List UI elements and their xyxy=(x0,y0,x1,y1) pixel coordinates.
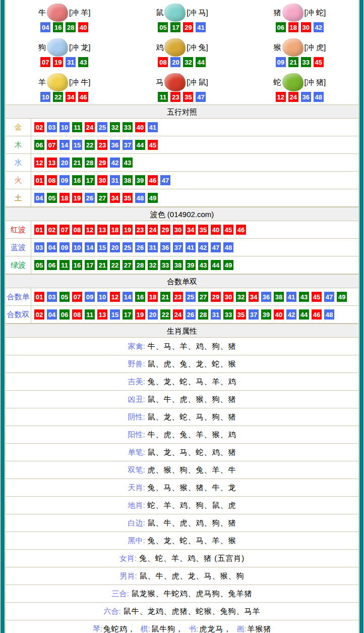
number-ball: 25 xyxy=(186,292,196,302)
number-ball: 14 xyxy=(59,140,70,150)
number-list: 1213202128294243 xyxy=(31,154,133,171)
zodiac-clash: [冲 鼠] xyxy=(187,78,208,87)
attribute-row: 男肖:鼠、牛、虎、龙、马、猴、狗 xyxy=(6,567,358,585)
attribute-row: 六合:鼠牛、龙鸡、虎猪、蛇猴、兔狗、马羊 xyxy=(6,603,358,620)
attribute-label: 单笔: xyxy=(128,448,145,457)
dog-icon xyxy=(47,38,68,57)
number-ball: 26 xyxy=(135,242,145,252)
monkey-icon xyxy=(282,38,304,57)
number-ball: 14 xyxy=(123,292,133,302)
attribute-label: 白边: xyxy=(128,518,145,528)
attribute-label: 六合: xyxy=(103,607,120,616)
number-ball: 27 xyxy=(123,260,133,270)
number-ball: 06 xyxy=(47,260,57,270)
number-row: 金02031011242532334041 xyxy=(6,119,358,136)
attribute-row: 地肖:蛇、羊、鸡、狗、鼠、虎 xyxy=(6,497,358,514)
attribute-label: 家禽: xyxy=(128,342,145,351)
number-list: 06183042 xyxy=(276,22,324,32)
number-ball: 17 xyxy=(123,309,133,320)
arts-label-qin: 琴: xyxy=(93,624,102,633)
number-ball: 37 xyxy=(123,140,133,150)
number-ball: 20 xyxy=(59,157,70,168)
zodiac-clash: [冲 牛] xyxy=(69,78,91,87)
attribute-label: 女肖: xyxy=(119,554,137,563)
number-ball: 47 xyxy=(211,242,221,252)
row-label: 金 xyxy=(6,119,31,136)
number-ball: 41 xyxy=(148,122,158,132)
zodiac-cell: 牛[冲 羊]04162840 xyxy=(6,0,123,35)
zodiac-name: 猴 xyxy=(274,43,281,52)
number-ball: 32 xyxy=(148,260,158,270)
number-ball: 24 xyxy=(288,92,298,102)
number-ball: 12 xyxy=(34,157,44,168)
number-ball: 44 xyxy=(135,140,145,150)
number-ball: 38 xyxy=(274,292,284,302)
number-ball: 33 xyxy=(123,122,133,132)
number-ball: 31 xyxy=(110,175,120,185)
number-list: 04162840 xyxy=(40,22,88,32)
zodiac-name: 鸡 xyxy=(156,43,163,52)
number-ball: 22 xyxy=(53,92,63,102)
number-ball: 47 xyxy=(324,292,334,302)
number-ball: 11 xyxy=(72,122,82,132)
attribute-row: 单笔:鼠、龙、马、蛇、鸡、猪 xyxy=(6,444,358,461)
number-ball: 18 xyxy=(59,193,70,203)
section-header-five-elements: 五行对照 xyxy=(6,104,358,119)
snake-icon xyxy=(282,73,304,91)
number-ball: 41 xyxy=(186,242,196,252)
zodiac-name: 蛇 xyxy=(274,78,281,87)
number-ball: 10 xyxy=(59,122,70,132)
number-ball: 23 xyxy=(135,225,145,235)
wave-color-rows: 红波0102070812131819232429303435404546蓝波03… xyxy=(6,221,358,274)
number-ball: 12 xyxy=(110,292,120,302)
zodiac-clash: [冲 龙] xyxy=(69,43,91,52)
number-ball: 03 xyxy=(47,122,57,132)
row-label: 木 xyxy=(6,136,31,153)
number-ball: 04 xyxy=(34,193,44,203)
arts-label-hua: 画: xyxy=(236,624,246,633)
zodiac-title: 猪[冲 蛇] xyxy=(274,3,326,22)
number-ball: 31 xyxy=(66,57,76,67)
number-ball: 49 xyxy=(337,292,347,302)
zodiac-clash-grid: 牛[冲 羊]04162840鼠[冲 马]05172941猪[冲 蛇]061830… xyxy=(6,0,358,104)
number-ball: 22 xyxy=(160,309,170,320)
number-ball: 47 xyxy=(160,175,170,185)
number-ball: 21 xyxy=(97,260,107,270)
number-row: 合数单0103050709101214161821232527293032343… xyxy=(6,288,358,306)
number-ball: 18 xyxy=(148,292,158,302)
zodiac-row: 牛[冲 羊]04162840鼠[冲 马]05172941猪[冲 蛇]061830… xyxy=(6,0,358,35)
zodiac-title: 鸡[冲 兔] xyxy=(156,38,208,57)
number-ball: 21 xyxy=(72,157,82,168)
number-ball: 19 xyxy=(72,193,82,203)
number-row: 水1213202128294243 xyxy=(6,154,358,172)
number-list: 05061116172122272832333839434449 xyxy=(31,256,233,274)
number-ball: 43 xyxy=(299,292,309,302)
attribute-row: 黑中:兔、龙、蛇、马、羊、猴 xyxy=(6,532,358,550)
number-list: 02031011242532334041 xyxy=(31,119,158,136)
zodiac-name: 猪 xyxy=(274,8,281,18)
number-ball: 10 xyxy=(72,242,82,252)
attribute-row: 天肖:兔、马、猴、猪、牛、龙 xyxy=(6,479,358,497)
number-ball: 04 xyxy=(47,242,57,252)
number-ball: 05 xyxy=(59,292,70,302)
attribute-value: 鼠、牛、虎、猴、狗、猪 xyxy=(148,395,236,404)
attribute-value: 兔、龙、蛇、马、羊、猴 xyxy=(148,536,236,546)
arts-label-shu: 书: xyxy=(189,624,198,633)
number-ball: 06 xyxy=(59,309,70,320)
number-ball: 42 xyxy=(110,157,120,168)
number-ball: 02 xyxy=(34,309,44,320)
zodiac-name: 马 xyxy=(156,78,163,87)
attribute-label: 三合: xyxy=(111,589,129,599)
number-list: 12243648 xyxy=(276,92,324,102)
row-label: 红波 xyxy=(6,221,31,238)
number-ball: 37 xyxy=(173,242,183,252)
arts-value-qi: 鼠牛狗， xyxy=(151,624,184,633)
number-ball: 28 xyxy=(198,309,208,320)
zodiac-cell: 蛇[冲 猪]12243648 xyxy=(241,70,358,104)
number-ball: 34 xyxy=(110,193,120,203)
number-ball: 20 xyxy=(148,309,158,320)
zodiac-title: 羊[冲 牛] xyxy=(38,73,91,92)
page-frame: 牛[冲 羊]04162840鼠[冲 马]05172941猪[冲 蛇]061830… xyxy=(1,0,363,633)
number-ball: 02 xyxy=(34,122,44,132)
number-list: 0103050709101214161821232527293032343638… xyxy=(31,288,347,305)
